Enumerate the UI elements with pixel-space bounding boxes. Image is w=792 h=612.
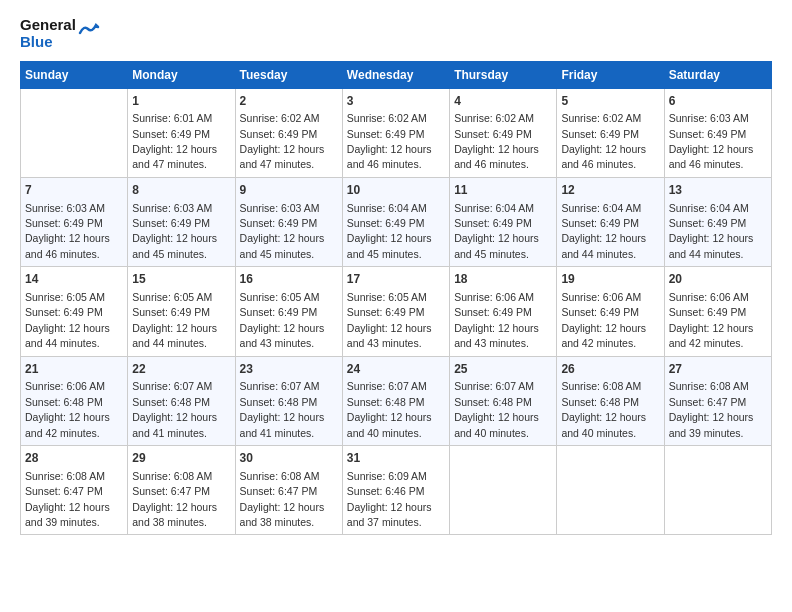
calendar-day-cell: 28 Sunrise: 6:08 AMSunset: 6:47 PMDaylig…: [21, 445, 128, 534]
day-info: Sunrise: 6:01 AMSunset: 6:49 PMDaylight:…: [132, 112, 217, 170]
day-info: Sunrise: 6:05 AMSunset: 6:49 PMDaylight:…: [347, 291, 432, 349]
header: General Blue: [20, 16, 772, 51]
day-info: Sunrise: 6:08 AMSunset: 6:47 PMDaylight:…: [240, 470, 325, 528]
day-number: 5: [561, 93, 659, 110]
calendar-day-cell: 2 Sunrise: 6:02 AMSunset: 6:49 PMDayligh…: [235, 88, 342, 177]
day-number: 13: [669, 182, 767, 199]
calendar-day-cell: 23 Sunrise: 6:07 AMSunset: 6:48 PMDaylig…: [235, 356, 342, 445]
day-info: Sunrise: 6:03 AMSunset: 6:49 PMDaylight:…: [132, 202, 217, 260]
day-number: 25: [454, 361, 552, 378]
day-info: Sunrise: 6:07 AMSunset: 6:48 PMDaylight:…: [454, 380, 539, 438]
day-number: 3: [347, 93, 445, 110]
day-number: 4: [454, 93, 552, 110]
day-info: Sunrise: 6:06 AMSunset: 6:48 PMDaylight:…: [25, 380, 110, 438]
calendar-day-cell: 31 Sunrise: 6:09 AMSunset: 6:46 PMDaylig…: [342, 445, 449, 534]
day-info: Sunrise: 6:05 AMSunset: 6:49 PMDaylight:…: [240, 291, 325, 349]
day-info: Sunrise: 6:04 AMSunset: 6:49 PMDaylight:…: [347, 202, 432, 260]
day-number: 24: [347, 361, 445, 378]
calendar-day-cell: 1 Sunrise: 6:01 AMSunset: 6:49 PMDayligh…: [128, 88, 235, 177]
logo: General Blue: [20, 16, 100, 51]
calendar-day-cell: [557, 445, 664, 534]
calendar-week-row: 1 Sunrise: 6:01 AMSunset: 6:49 PMDayligh…: [21, 88, 772, 177]
day-info: Sunrise: 6:03 AMSunset: 6:49 PMDaylight:…: [240, 202, 325, 260]
calendar-day-cell: 25 Sunrise: 6:07 AMSunset: 6:48 PMDaylig…: [450, 356, 557, 445]
calendar-day-cell: 3 Sunrise: 6:02 AMSunset: 6:49 PMDayligh…: [342, 88, 449, 177]
calendar-day-cell: 16 Sunrise: 6:05 AMSunset: 6:49 PMDaylig…: [235, 267, 342, 356]
calendar-day-cell: 18 Sunrise: 6:06 AMSunset: 6:49 PMDaylig…: [450, 267, 557, 356]
day-number: 16: [240, 271, 338, 288]
day-number: 31: [347, 450, 445, 467]
day-info: Sunrise: 6:07 AMSunset: 6:48 PMDaylight:…: [132, 380, 217, 438]
weekday-header-friday: Friday: [557, 61, 664, 88]
day-info: Sunrise: 6:02 AMSunset: 6:49 PMDaylight:…: [454, 112, 539, 170]
calendar-day-cell: 17 Sunrise: 6:05 AMSunset: 6:49 PMDaylig…: [342, 267, 449, 356]
day-info: Sunrise: 6:06 AMSunset: 6:49 PMDaylight:…: [669, 291, 754, 349]
day-number: 21: [25, 361, 123, 378]
day-number: 14: [25, 271, 123, 288]
day-info: Sunrise: 6:07 AMSunset: 6:48 PMDaylight:…: [347, 380, 432, 438]
day-number: 18: [454, 271, 552, 288]
day-number: 23: [240, 361, 338, 378]
day-info: Sunrise: 6:04 AMSunset: 6:49 PMDaylight:…: [454, 202, 539, 260]
day-number: 6: [669, 93, 767, 110]
day-info: Sunrise: 6:08 AMSunset: 6:47 PMDaylight:…: [132, 470, 217, 528]
weekday-header-row: SundayMondayTuesdayWednesdayThursdayFrid…: [21, 61, 772, 88]
calendar-day-cell: 7 Sunrise: 6:03 AMSunset: 6:49 PMDayligh…: [21, 177, 128, 266]
day-number: 20: [669, 271, 767, 288]
calendar-day-cell: 14 Sunrise: 6:05 AMSunset: 6:49 PMDaylig…: [21, 267, 128, 356]
calendar-day-cell: 27 Sunrise: 6:08 AMSunset: 6:47 PMDaylig…: [664, 356, 771, 445]
day-info: Sunrise: 6:07 AMSunset: 6:48 PMDaylight:…: [240, 380, 325, 438]
calendar-day-cell: 8 Sunrise: 6:03 AMSunset: 6:49 PMDayligh…: [128, 177, 235, 266]
calendar-day-cell: 24 Sunrise: 6:07 AMSunset: 6:48 PMDaylig…: [342, 356, 449, 445]
weekday-header-tuesday: Tuesday: [235, 61, 342, 88]
day-number: 17: [347, 271, 445, 288]
calendar-table: SundayMondayTuesdayWednesdayThursdayFrid…: [20, 61, 772, 536]
calendar-day-cell: 22 Sunrise: 6:07 AMSunset: 6:48 PMDaylig…: [128, 356, 235, 445]
calendar-day-cell: 26 Sunrise: 6:08 AMSunset: 6:48 PMDaylig…: [557, 356, 664, 445]
day-number: 30: [240, 450, 338, 467]
day-info: Sunrise: 6:08 AMSunset: 6:48 PMDaylight:…: [561, 380, 646, 438]
day-info: Sunrise: 6:04 AMSunset: 6:49 PMDaylight:…: [561, 202, 646, 260]
day-info: Sunrise: 6:08 AMSunset: 6:47 PMDaylight:…: [25, 470, 110, 528]
calendar-day-cell: 19 Sunrise: 6:06 AMSunset: 6:49 PMDaylig…: [557, 267, 664, 356]
day-number: 27: [669, 361, 767, 378]
calendar-day-cell: 12 Sunrise: 6:04 AMSunset: 6:49 PMDaylig…: [557, 177, 664, 266]
day-info: Sunrise: 6:03 AMSunset: 6:49 PMDaylight:…: [25, 202, 110, 260]
day-info: Sunrise: 6:08 AMSunset: 6:47 PMDaylight:…: [669, 380, 754, 438]
calendar-day-cell: 11 Sunrise: 6:04 AMSunset: 6:49 PMDaylig…: [450, 177, 557, 266]
calendar-day-cell: 4 Sunrise: 6:02 AMSunset: 6:49 PMDayligh…: [450, 88, 557, 177]
day-number: 19: [561, 271, 659, 288]
day-number: 7: [25, 182, 123, 199]
calendar-week-row: 21 Sunrise: 6:06 AMSunset: 6:48 PMDaylig…: [21, 356, 772, 445]
day-number: 29: [132, 450, 230, 467]
calendar-day-cell: 10 Sunrise: 6:04 AMSunset: 6:49 PMDaylig…: [342, 177, 449, 266]
day-number: 28: [25, 450, 123, 467]
day-number: 1: [132, 93, 230, 110]
calendar-day-cell: 5 Sunrise: 6:02 AMSunset: 6:49 PMDayligh…: [557, 88, 664, 177]
calendar-day-cell: 13 Sunrise: 6:04 AMSunset: 6:49 PMDaylig…: [664, 177, 771, 266]
day-info: Sunrise: 6:06 AMSunset: 6:49 PMDaylight:…: [561, 291, 646, 349]
calendar-day-cell: [664, 445, 771, 534]
day-number: 11: [454, 182, 552, 199]
calendar-week-row: 14 Sunrise: 6:05 AMSunset: 6:49 PMDaylig…: [21, 267, 772, 356]
logo-text: General Blue: [20, 16, 76, 51]
calendar-day-cell: [21, 88, 128, 177]
weekday-header-sunday: Sunday: [21, 61, 128, 88]
day-info: Sunrise: 6:05 AMSunset: 6:49 PMDaylight:…: [132, 291, 217, 349]
calendar-day-cell: 30 Sunrise: 6:08 AMSunset: 6:47 PMDaylig…: [235, 445, 342, 534]
day-number: 8: [132, 182, 230, 199]
weekday-header-saturday: Saturday: [664, 61, 771, 88]
calendar-day-cell: 9 Sunrise: 6:03 AMSunset: 6:49 PMDayligh…: [235, 177, 342, 266]
weekday-header-wednesday: Wednesday: [342, 61, 449, 88]
calendar-week-row: 28 Sunrise: 6:08 AMSunset: 6:47 PMDaylig…: [21, 445, 772, 534]
calendar-day-cell: 15 Sunrise: 6:05 AMSunset: 6:49 PMDaylig…: [128, 267, 235, 356]
day-info: Sunrise: 6:02 AMSunset: 6:49 PMDaylight:…: [347, 112, 432, 170]
logo-wave-icon: [78, 21, 100, 37]
calendar-day-cell: 21 Sunrise: 6:06 AMSunset: 6:48 PMDaylig…: [21, 356, 128, 445]
day-info: Sunrise: 6:03 AMSunset: 6:49 PMDaylight:…: [669, 112, 754, 170]
logo-area: General Blue: [20, 16, 772, 51]
day-number: 22: [132, 361, 230, 378]
calendar-day-cell: [450, 445, 557, 534]
day-number: 2: [240, 93, 338, 110]
calendar-week-row: 7 Sunrise: 6:03 AMSunset: 6:49 PMDayligh…: [21, 177, 772, 266]
